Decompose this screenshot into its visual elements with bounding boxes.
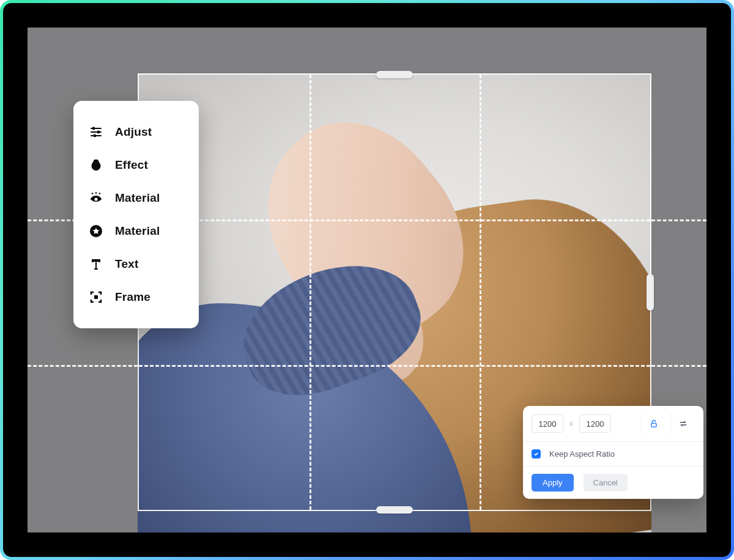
svg-point-6 bbox=[94, 197, 97, 201]
crop-handle-top[interactable] bbox=[376, 71, 413, 78]
window-gradient-border: Adjust Effect Material bbox=[0, 0, 734, 560]
svg-point-5 bbox=[94, 134, 97, 138]
effect-icon bbox=[88, 157, 104, 173]
crop-handle-bottom[interactable] bbox=[376, 506, 413, 514]
size-row-dimensions: x bbox=[523, 406, 703, 442]
grid-line bbox=[139, 219, 650, 221]
grid-line bbox=[310, 75, 311, 510]
tool-material-star[interactable]: Material bbox=[86, 215, 187, 248]
size-panel: x Keep Aspect Ratio bbox=[523, 406, 703, 499]
frame-icon bbox=[88, 289, 104, 305]
swap-dimensions-button[interactable] bbox=[670, 413, 695, 434]
cancel-button[interactable]: Cancel bbox=[584, 474, 628, 492]
tool-adjust[interactable]: Adjust bbox=[86, 116, 187, 149]
tool-text[interactable]: Text bbox=[86, 248, 187, 281]
crop-handle-right[interactable] bbox=[647, 274, 654, 311]
svg-point-7 bbox=[92, 193, 94, 194]
guide-line bbox=[651, 219, 706, 221]
tool-label: Material bbox=[115, 191, 160, 205]
keep-aspect-checkbox[interactable] bbox=[532, 449, 541, 459]
tool-material-eye[interactable]: Material bbox=[86, 182, 187, 215]
tool-palette: Adjust Effect Material bbox=[73, 101, 199, 328]
size-row-actions: Apply Cancel bbox=[523, 466, 703, 499]
svg-point-8 bbox=[95, 192, 97, 194]
material-star-icon bbox=[88, 223, 104, 239]
material-eye-icon bbox=[88, 190, 104, 206]
height-input[interactable] bbox=[579, 414, 611, 433]
tool-label: Material bbox=[115, 224, 160, 238]
text-icon bbox=[88, 256, 104, 272]
grid-line bbox=[139, 365, 650, 367]
tool-frame[interactable]: Frame bbox=[86, 281, 187, 314]
lock-aspect-button[interactable] bbox=[641, 413, 665, 434]
size-row-aspect: Keep Aspect Ratio bbox=[523, 442, 703, 466]
tool-label: Text bbox=[115, 257, 138, 271]
tool-effect[interactable]: Effect bbox=[86, 149, 187, 182]
guide-line bbox=[28, 365, 138, 367]
width-input[interactable] bbox=[532, 414, 563, 433]
adjust-icon bbox=[88, 124, 104, 140]
svg-rect-11 bbox=[94, 295, 98, 299]
tool-label: Frame bbox=[115, 290, 150, 304]
svg-point-3 bbox=[92, 127, 95, 130]
tool-label: Effect bbox=[115, 158, 148, 172]
grid-line bbox=[480, 75, 481, 510]
svg-point-9 bbox=[99, 193, 101, 194]
svg-point-4 bbox=[97, 131, 100, 134]
svg-rect-12 bbox=[651, 423, 656, 427]
keep-aspect-label: Keep Aspect Ratio bbox=[549, 449, 615, 459]
apply-button[interactable]: Apply bbox=[532, 474, 574, 492]
tool-label: Adjust bbox=[115, 125, 152, 139]
editor-stage: Adjust Effect Material bbox=[28, 28, 706, 532]
window-frame: Adjust Effect Material bbox=[3, 3, 731, 557]
guide-line bbox=[651, 365, 706, 367]
dimension-separator: x bbox=[568, 419, 574, 428]
